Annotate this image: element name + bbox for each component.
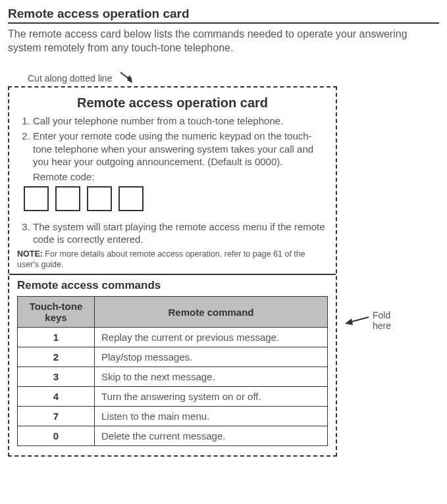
commands-table: Touch-tone keys Remote command 1 Replay … — [17, 296, 328, 446]
cmd-cell: Listen to the main menu. — [95, 407, 328, 426]
code-box-1 — [24, 186, 49, 211]
table-row: 0 Delete the current message. — [18, 426, 328, 446]
key-cell: 7 — [18, 407, 95, 426]
cmd-cell: Skip to the next message. — [95, 367, 328, 387]
cmd-cell: Turn the answering system on or off. — [95, 387, 328, 407]
fold-label-1: Fold — [373, 310, 390, 320]
remote-code-boxes — [24, 186, 328, 211]
commands-title: Remote access commands — [17, 279, 328, 292]
table-row: 3 Skip to the next message. — [18, 367, 328, 387]
remote-access-card: Remote access operation card Call your t… — [8, 86, 337, 457]
cut-along-dotted-line-label: Cut along dotted line — [28, 73, 112, 84]
col-header-command: Remote command — [95, 297, 328, 328]
code-box-4 — [118, 186, 144, 211]
remote-code-label: Remote code: — [33, 171, 328, 182]
fold-label-2: here — [373, 320, 391, 331]
step-1: Call your telephone number from a touch-… — [33, 114, 328, 128]
cmd-cell: Delete the current message. — [95, 426, 328, 446]
steps-list: Call your telephone number from a touch-… — [17, 114, 328, 168]
key-cell: 1 — [18, 328, 95, 347]
table-row: 1 Replay the current or previous message… — [18, 328, 328, 347]
cmd-cell: Play/stop messages. — [95, 347, 328, 367]
cmd-cell: Replay the current or previous message. — [95, 328, 328, 347]
key-cell: 3 — [18, 367, 95, 387]
intro-text: The remote access card below lists the c… — [8, 28, 439, 55]
col-header-keys: Touch-tone keys — [18, 297, 95, 328]
note-text: For more details about remote access ope… — [17, 249, 305, 269]
table-row: 2 Play/stop messages. — [18, 347, 328, 367]
page-title: Remote access operation card — [8, 7, 439, 24]
key-cell: 0 — [18, 426, 95, 446]
svg-marker-4 — [345, 318, 353, 325]
arrow-left-icon — [344, 311, 370, 330]
fold-here-annotation: Fold here — [344, 310, 436, 332]
code-box-2 — [55, 186, 80, 211]
code-box-3 — [87, 186, 112, 211]
steps-list-cont: The system will start playing the remote… — [17, 220, 328, 246]
step-2: Enter your remote code using the numeric… — [33, 130, 328, 168]
key-cell: 2 — [18, 347, 95, 367]
note: NOTE: For more details about remote acce… — [17, 249, 328, 270]
table-row: 4 Turn the answering system on or off. — [18, 387, 328, 407]
card-divider — [9, 274, 336, 275]
table-row: 7 Listen to the main menu. — [18, 407, 328, 426]
card-title: Remote access operation card — [17, 95, 328, 111]
step-3: The system will start playing the remote… — [33, 220, 328, 246]
arrow-down-icon — [119, 71, 136, 86]
note-prefix: NOTE: — [17, 249, 43, 259]
key-cell: 4 — [18, 387, 95, 407]
